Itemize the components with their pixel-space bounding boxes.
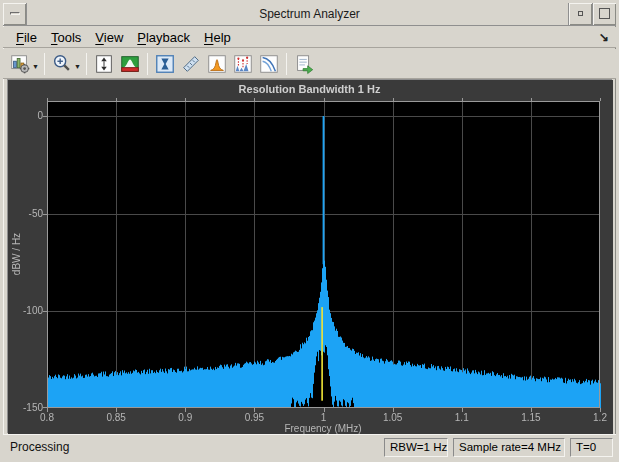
bar-chart-gear-icon — [9, 53, 31, 75]
toolbar-separator — [86, 53, 87, 75]
spectrum-analyzer-window: Spectrum Analyzer File Tools View Playba… — [0, 0, 619, 462]
hourglass-cursors-icon — [154, 53, 176, 75]
status-panels: RBW=1 Hz Sample rate=4 MHz T=0 — [384, 438, 616, 457]
x-tick-label: 0.95 — [234, 412, 274, 423]
window-title: Spectrum Analyzer — [3, 7, 616, 21]
scope-settings-button[interactable] — [7, 51, 33, 77]
toolbar-separator — [286, 53, 287, 75]
statusbar: Processing RBW=1 Hz Sample rate=4 MHz T=… — [3, 434, 616, 459]
toolbar: ▼ ▼ — [3, 49, 616, 79]
x-axis-label: Frequency (MHz) — [253, 423, 393, 434]
scope-settings-dropdown[interactable]: ▼ — [32, 57, 39, 70]
dock-scope-icon[interactable]: ↘ — [599, 30, 609, 44]
x-tick-label: 0.8 — [27, 412, 67, 423]
spectrum-markers-icon — [232, 53, 254, 75]
menubar: File Tools View Playback Help ↘ — [3, 27, 616, 48]
y-tick-label: 0 — [11, 110, 43, 121]
ccdf-curves-icon — [258, 53, 280, 75]
minimize-button[interactable] — [568, 3, 592, 25]
peak-finder-button[interactable] — [204, 51, 230, 77]
distortion-measurements-button[interactable] — [230, 51, 256, 77]
y-tick-label: -150 — [11, 402, 43, 413]
plot-title: Resolution Bandwidth 1 Hz — [8, 83, 611, 95]
x-tick-label: 0.9 — [165, 412, 205, 423]
zoom-in-button[interactable] — [49, 51, 75, 77]
box-updown-arrows-icon — [93, 53, 115, 75]
y-tick-label: -50 — [11, 208, 43, 219]
spectrum-settings-button[interactable] — [117, 51, 143, 77]
status-message: Processing — [3, 440, 69, 454]
x-tick-label: 1 — [304, 412, 344, 423]
menu-help[interactable]: Help — [197, 28, 238, 47]
ruler-icon — [180, 53, 202, 75]
green-red-spectrum-icon — [119, 53, 141, 75]
x-tick-label: 1.15 — [511, 412, 551, 423]
sample-rate-panel: Sample rate=4 MHz — [453, 438, 565, 457]
x-tick-label: 1.05 — [373, 412, 413, 423]
document-green-arrow-icon — [293, 53, 315, 75]
signal-statistics-button[interactable] — [178, 51, 204, 77]
x-tick-label: 0.85 — [96, 412, 136, 423]
y-tick-label: -100 — [11, 305, 43, 316]
cursor-measurements-button[interactable] — [152, 51, 178, 77]
magnifier-plus-icon — [51, 53, 73, 75]
x-tick-label: 1.1 — [442, 412, 482, 423]
ccdf-button[interactable] — [256, 51, 282, 77]
export-button[interactable] — [291, 51, 317, 77]
rbw-panel: RBW=1 Hz — [384, 438, 448, 457]
plot-canvas[interactable] — [8, 80, 613, 434]
menu-file[interactable]: File — [9, 28, 44, 47]
x-tick-label: 1.2 — [580, 412, 619, 423]
maximize-icon — [599, 8, 610, 19]
time-panel: T=0 — [570, 438, 613, 457]
menu-playback[interactable]: Playback — [130, 28, 197, 47]
figure: Resolution Bandwidth 1 Hz dBW / Hz Frequ… — [7, 79, 612, 433]
minimize-icon — [578, 11, 583, 16]
titlebar[interactable]: Spectrum Analyzer — [3, 3, 616, 26]
zoom-dropdown[interactable]: ▼ — [74, 57, 81, 70]
toolbar-separator — [147, 53, 148, 75]
autoscale-button[interactable] — [91, 51, 117, 77]
maximize-button[interactable] — [592, 3, 616, 25]
menu-view[interactable]: View — [88, 28, 130, 47]
toolbar-separator — [44, 53, 45, 75]
menu-tools[interactable]: Tools — [44, 28, 88, 47]
orange-peak-icon — [206, 53, 228, 75]
